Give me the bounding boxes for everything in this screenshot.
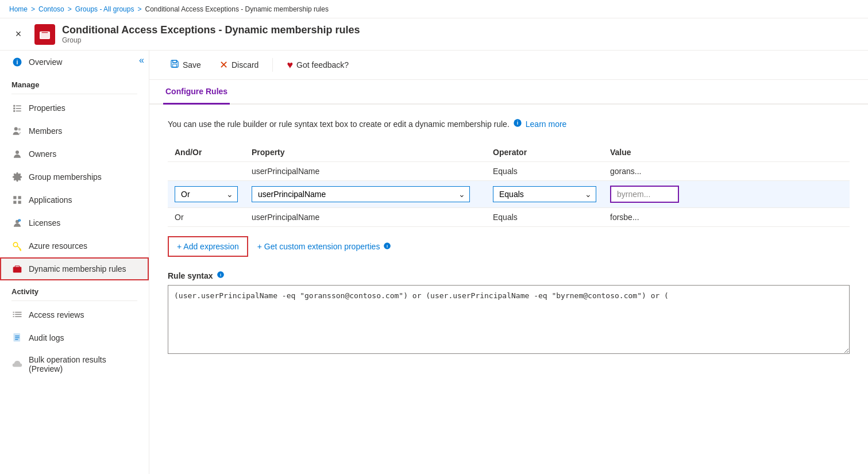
rule-syntax-label: Rule syntax i: [168, 271, 850, 280]
sidebar-divider-1: [11, 94, 137, 94]
main-content: Save ✕ Discard ♥ Got feedback? Configure…: [149, 51, 868, 474]
andor-select[interactable]: Or And: [175, 186, 238, 202]
custom-ext-info-icon: i: [383, 242, 391, 252]
sidebar-divider-2: [11, 300, 137, 301]
svg-rect-15: [13, 196, 16, 199]
header-text: Conditional Access Exceptions - Dynamic …: [62, 24, 360, 44]
breadcrumb-home[interactable]: Home: [9, 5, 28, 13]
custom-extension-button[interactable]: + Get custom extension properties i: [257, 242, 392, 252]
page-subtitle: Group: [62, 36, 360, 44]
sidebar-activity-label: Activity: [0, 280, 149, 298]
sidebar-item-licenses-label: Licenses: [29, 218, 60, 228]
list-icon: [11, 309, 23, 321]
svg-text:i: i: [517, 120, 518, 126]
svg-rect-30: [15, 312, 21, 313]
learn-more-link[interactable]: Learn more: [526, 120, 567, 129]
edit-operator-cell: Equals Not Equals Contains: [486, 181, 603, 208]
svg-text:i: i: [387, 243, 388, 248]
sidebar-item-members[interactable]: Members: [0, 120, 149, 142]
value-input[interactable]: [610, 186, 679, 203]
operator-select[interactable]: Equals Not Equals Contains: [493, 186, 596, 202]
info-text: You can use the rule builder or rule syn…: [168, 118, 850, 129]
save-icon: [170, 59, 179, 71]
table-row: userPrincipalName Equals gorans...: [168, 162, 850, 181]
rules-table: And/Or Property Operator Value userPrinc…: [168, 143, 850, 227]
edit-value-cell: [603, 181, 850, 208]
tab-configure-rules[interactable]: Configure Rules: [163, 80, 230, 105]
breadcrumb-current: Conditional Access Exceptions - Dynamic …: [145, 5, 328, 13]
svg-text:i: i: [19, 219, 20, 222]
property-select-wrapper: userPrincipalName displayName mail: [252, 186, 470, 202]
save-button[interactable]: Save: [163, 56, 208, 74]
svg-rect-36: [15, 336, 20, 336]
owners-icon: [11, 148, 23, 160]
svg-text:i: i: [17, 59, 18, 65]
sidebar-item-properties[interactable]: Properties: [0, 97, 149, 120]
info-icon-inline: i: [513, 118, 522, 129]
operator-select-wrapper: Equals Not Equals Contains: [493, 186, 596, 202]
svg-point-13: [18, 128, 21, 131]
svg-rect-33: [13, 316, 14, 317]
sidebar-item-licenses[interactable]: i Licenses: [0, 211, 149, 234]
svg-point-12: [14, 127, 18, 130]
custom-ext-label: + Get custom extension properties: [257, 242, 380, 251]
sidebar-item-audit-logs-label: Audit logs: [29, 333, 64, 342]
table-edit-row: Or And userPrincipalName displayName m: [168, 181, 850, 208]
row1-andor: [168, 162, 245, 181]
sidebar-item-owners[interactable]: Owners: [0, 142, 149, 165]
sidebar-manage-label: Manage: [0, 74, 149, 91]
sidebar-item-applications-label: Applications: [29, 195, 72, 205]
app-header: × Conditional Access Exceptions - Dynami…: [0, 18, 868, 51]
svg-point-14: [16, 151, 19, 154]
sidebar-item-overview-label: Overview: [29, 57, 62, 67]
table-row: Or userPrincipalName Equals forsbe...: [168, 208, 850, 227]
sidebar-item-azure-resources-label: Azure resources: [29, 241, 87, 251]
svg-rect-31: [13, 314, 14, 315]
grid-icon: [11, 194, 23, 206]
sidebar-item-audit-logs[interactable]: Audit logs: [0, 326, 149, 349]
breadcrumb-contoso[interactable]: Contoso: [38, 5, 64, 13]
row1-operator: Equals: [486, 162, 603, 181]
svg-rect-9: [16, 108, 21, 109]
col-header-operator: Operator: [486, 143, 603, 162]
page-title: Conditional Access Exceptions - Dynamic …: [62, 24, 360, 36]
sidebar-item-owners-label: Owners: [29, 149, 56, 159]
sidebar-item-group-memberships[interactable]: Group memberships: [0, 165, 149, 188]
row3-andor: Or: [168, 208, 245, 227]
sidebar-item-bulk-operation[interactable]: Bulk operation results (Preview): [0, 349, 149, 379]
add-expression-button[interactable]: + Add expression: [168, 236, 248, 257]
sidebar-item-access-reviews[interactable]: Access reviews: [0, 303, 149, 326]
members-icon: [11, 125, 23, 137]
property-select[interactable]: userPrincipalName displayName mail: [252, 186, 470, 202]
discard-button[interactable]: ✕ Discard: [213, 55, 265, 75]
svg-rect-7: [16, 106, 21, 107]
svg-rect-29: [13, 312, 14, 313]
info-icon: i: [11, 56, 23, 68]
sidebar-collapse-button[interactable]: «: [139, 55, 144, 65]
row3-operator: Equals: [486, 208, 603, 227]
sidebar-item-overview[interactable]: i Overview: [0, 51, 149, 74]
feedback-button[interactable]: ♥ Got feedback?: [280, 56, 356, 75]
breadcrumb-sep-3: >: [137, 5, 141, 13]
svg-rect-26: [13, 267, 21, 272]
svg-rect-17: [13, 201, 16, 204]
edit-property-cell: userPrincipalName displayName mail: [245, 181, 486, 208]
close-button[interactable]: ×: [9, 25, 28, 44]
col-header-andor: And/Or: [168, 143, 245, 162]
sidebar-item-dynamic-membership-rules[interactable]: Dynamic membership rules: [0, 257, 149, 280]
sidebar-item-azure-resources[interactable]: Azure resources: [0, 234, 149, 257]
header-icon: [34, 24, 55, 45]
save-label: Save: [183, 60, 201, 70]
svg-text:i: i: [220, 272, 221, 278]
svg-rect-32: [15, 314, 21, 315]
breadcrumb-groups[interactable]: Groups - All groups: [75, 5, 134, 13]
discard-label: Discard: [232, 60, 259, 70]
breadcrumb-sep-2: >: [68, 5, 72, 13]
sidebar-item-applications[interactable]: Applications: [0, 188, 149, 211]
sidebar-item-access-reviews-label: Access reviews: [29, 310, 84, 319]
sidebar-item-members-label: Members: [29, 126, 62, 136]
svg-rect-8: [13, 107, 15, 109]
sidebar-item-dynamic-membership-rules-label: Dynamic membership rules: [29, 264, 126, 273]
feedback-label: Got feedback?: [296, 60, 349, 70]
rule-syntax-textarea[interactable]: [168, 285, 850, 354]
